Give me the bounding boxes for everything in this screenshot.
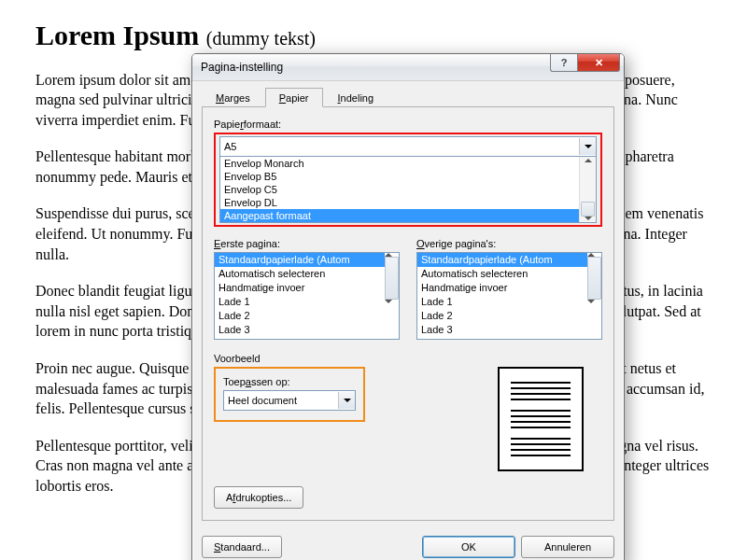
scroll-down-icon — [587, 300, 595, 303]
tab-marges[interactable]: Marges — [202, 88, 264, 107]
scroll-up-icon — [585, 159, 592, 162]
title-main: Lorem Ipsum — [35, 20, 199, 50]
tray-option[interactable]: Handmatige invoer — [215, 281, 385, 295]
paper-size-dropdown-button[interactable] — [579, 138, 596, 155]
size-option[interactable]: Envelop B5 — [220, 170, 579, 183]
size-option-selected[interactable]: Aangepast formaat — [220, 209, 579, 222]
tray-option[interactable]: Automatisch selecteren — [215, 267, 385, 281]
apply-to-highlight: Toepassen op: Heel document — [214, 367, 365, 422]
close-icon: ✕ — [595, 57, 603, 69]
document-title: Lorem Ipsum (dummy tekst) — [35, 17, 717, 55]
chevron-down-icon — [344, 399, 351, 402]
help-button[interactable]: ? — [550, 54, 577, 72]
first-page-label: Eerste pagina: — [214, 238, 400, 249]
paper-size-value: A5 — [220, 141, 579, 152]
tab-strip: Marges Papier Indeling — [202, 87, 614, 107]
paper-size-highlight: A5 Envelop Monarch Envelop B5 Envelop C5… — [214, 133, 602, 227]
cancel-button[interactable]: Annuleren — [521, 536, 614, 558]
chevron-down-icon — [585, 145, 592, 148]
tray-option-selected[interactable]: Standaardpapierlade (Autom — [417, 253, 587, 267]
scrollbar[interactable] — [587, 253, 601, 339]
close-button[interactable]: ✕ — [577, 54, 620, 72]
scrollbar[interactable] — [385, 253, 399, 339]
tray-option[interactable]: Handmatige invoer — [417, 281, 587, 295]
paper-size-dropdown-list[interactable]: Envelop Monarch Envelop B5 Envelop C5 En… — [219, 157, 597, 223]
scrollbar-thumb[interactable] — [581, 202, 595, 217]
titlebar[interactable]: Pagina-instelling ? ✕ — [192, 54, 624, 81]
dialog-footer: Standaard... OK Annuleren — [192, 530, 624, 560]
dialog-title: Pagina-instelling — [201, 61, 283, 74]
paper-size-combo[interactable]: A5 — [219, 136, 597, 157]
tray-option[interactable]: Lade 3 — [215, 323, 385, 337]
tray-option[interactable]: Lade 1 — [417, 295, 587, 309]
page-setup-dialog: Pagina-instelling ? ✕ Marges Papier Inde… — [191, 53, 625, 560]
other-pages-label: Overige pagina's: — [416, 238, 602, 249]
tray-option[interactable]: Lade 3 — [417, 323, 587, 337]
other-pages-tray-list[interactable]: Standaardpapierlade (Autom Automatisch s… — [416, 252, 602, 340]
first-page-tray-list[interactable]: Standaardpapierlade (Autom Automatisch s… — [214, 252, 400, 340]
help-icon: ? — [561, 57, 568, 68]
tab-indeling[interactable]: Indeling — [324, 88, 388, 107]
default-button[interactable]: Standaard... — [202, 536, 282, 558]
scrollbar[interactable] — [579, 157, 596, 222]
scrollbar-thumb[interactable] — [385, 257, 399, 300]
print-options-button[interactable]: Afdrukopties... — [214, 486, 303, 509]
page-preview-icon — [498, 367, 584, 471]
ok-button[interactable]: OK — [422, 536, 515, 558]
apply-to-value: Heel document — [224, 395, 338, 406]
scroll-down-icon — [585, 217, 592, 220]
apply-to-dropdown-button[interactable] — [338, 392, 355, 409]
title-sub: (dummy tekst) — [206, 28, 316, 49]
scrollbar-thumb[interactable] — [587, 257, 601, 300]
paper-format-label: Papierformaat: — [214, 119, 602, 130]
tab-panel-papier: Papierformaat: A5 Envelop Monarch Envelo… — [202, 107, 614, 521]
scroll-down-icon — [385, 300, 392, 303]
preview-label: Voorbeeld — [214, 353, 602, 364]
tray-option-selected[interactable]: Standaardpapierlade (Autom — [215, 253, 385, 267]
size-option[interactable]: Envelop DL — [220, 196, 579, 209]
apply-to-combo[interactable]: Heel document — [223, 390, 356, 411]
tray-option[interactable]: Lade 2 — [417, 309, 587, 323]
size-option[interactable]: Envelop Monarch — [220, 157, 579, 170]
tray-option[interactable]: Lade 1 — [215, 295, 385, 309]
size-option[interactable]: Envelop C5 — [220, 183, 579, 196]
tray-option[interactable]: Lade 2 — [215, 309, 385, 323]
tab-papier[interactable]: Papier — [265, 88, 323, 107]
apply-to-label: Toepassen op: — [223, 376, 356, 387]
paper-source-section: Eerste pagina: Standaardpapierlade (Auto… — [214, 236, 602, 340]
tray-option[interactable]: Automatisch selecteren — [417, 267, 587, 281]
